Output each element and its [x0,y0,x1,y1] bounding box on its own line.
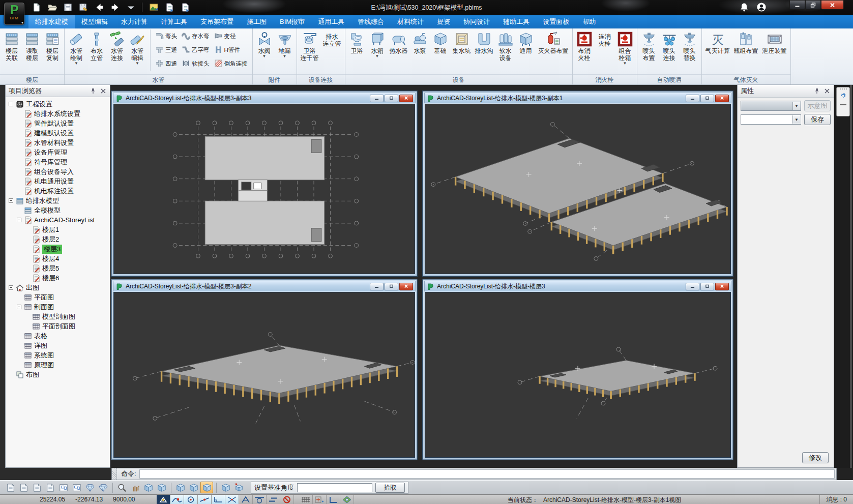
extension-snap-toggle-icon[interactable] [239,495,253,504]
ribbon-tab-8[interactable]: 管线综合 [351,15,391,28]
tree-item-24[interactable]: 表格 [6,331,110,341]
pin-icon[interactable] [90,87,97,95]
ribbon-button[interactable]: 喷头替换 [680,29,700,62]
pick-button[interactable]: 拾取 [375,483,405,493]
tree-item-10[interactable]: 给排水模型 [6,196,110,205]
tree-item-18[interactable]: 楼层6 [6,273,110,283]
ribbon-button[interactable]: 楼层复制 [42,29,63,62]
ribbon-button[interactable]: 灭火器布置 [536,29,571,55]
view-style-icon[interactable] [174,482,187,493]
ribbon-button[interactable]: 基础 [430,29,451,55]
ribbon-button[interactable]: 灭气灭计算 [703,29,732,55]
tree-item-15[interactable]: 楼层3 [6,244,110,254]
tree-item-1[interactable]: 给排水系统设置 [6,109,110,118]
pin-icon[interactable] [813,87,820,95]
ribbon-tab-2[interactable]: 水力计算 [114,15,154,28]
ribbon-small-button[interactable]: H管件 [213,44,251,56]
document-window-titlebar[interactable]: ArchiCAD-StoreyList-给排水-模型-楼层3-副本3 [113,93,416,103]
ribbon-small-button[interactable]: 三通 [154,44,180,56]
pan-tool-icon[interactable] [129,482,141,493]
tree-expander-icon[interactable] [9,198,13,203]
tree-item-14[interactable]: 楼层2 [6,234,110,244]
user-account-icon[interactable] [756,2,767,12]
no-snap-toggle-icon[interactable] [280,495,294,504]
window-close-icon[interactable] [399,283,413,290]
tree-item-16[interactable]: 楼层4 [6,254,110,263]
plan-sheet-icon[interactable] [57,482,70,493]
base-angle-input[interactable] [297,483,372,492]
command-grip[interactable] [112,468,117,480]
window-close-icon[interactable] [715,95,729,102]
ribbon-tab-9[interactable]: 材料统计 [391,15,430,28]
ribbon-tab-1[interactable]: 模型编辑 [75,15,114,28]
window-restore-icon[interactable] [385,283,398,290]
notifications-bell-icon[interactable] [739,2,749,12]
ribbon-button[interactable]: 组合栓箱▼ [615,29,635,66]
export-doc-icon[interactable] [164,2,175,13]
layout-sheet-icon[interactable] [31,482,43,493]
collapse-handle[interactable] [840,104,846,105]
ribbon-button[interactable]: 卫浴 [347,29,367,55]
tree-item-9[interactable]: 机电标注设置 [6,186,110,196]
ribbon-button[interactable]: 瓶组布置 [732,29,760,55]
ribbon-button[interactable]: 水管绘制▼ [66,29,86,66]
tree-item-13[interactable]: 楼层1 [6,225,110,234]
new-file-icon[interactable] [31,2,42,13]
window-close-icon[interactable] [715,283,729,290]
center-snap-toggle-icon[interactable] [184,495,198,504]
ribbon-tab-14[interactable]: 帮助 [576,15,602,28]
display-style-icon[interactable] [83,482,96,493]
ribbon-small-button[interactable]: 软接头 [180,58,213,70]
ribbon-button[interactable]: 连消火栓 [595,29,615,48]
window-close-icon[interactable] [399,95,413,102]
ribbon-tab-0[interactable]: 给排水建模 [28,15,75,28]
dynamic-input-toggle-icon[interactable] [313,495,327,504]
ribbon-small-button[interactable]: 弯头 [154,31,180,42]
tree-item-2[interactable]: 管件默认设置 [6,118,110,128]
window-minimize-icon[interactable] [370,95,384,102]
cad-viewport[interactable] [425,292,731,458]
ribbon-tab-12[interactable]: 辅助工具 [496,15,536,28]
display-style-icon[interactable] [97,482,109,493]
app-logo-button[interactable]: PBIM ▾ [4,3,24,25]
tree-item-23[interactable]: 平面剖面图 [6,321,110,331]
export-view-icon[interactable] [232,482,245,493]
ribbon-button[interactable]: 泄压装置 [760,29,789,55]
image-tool-icon[interactable] [148,2,159,13]
tree-item-11[interactable]: 全楼模型 [6,205,110,215]
save-button[interactable]: 保存 [804,114,831,125]
layout-sheet-icon[interactable] [17,482,30,493]
ribbon-button[interactable]: 水阀▼ [254,29,275,58]
forward-arrow-icon[interactable] [109,2,121,13]
ribbon-button[interactable]: 布水立管 [86,29,107,62]
ribbon-tab-6[interactable]: BIM报审 [273,15,311,28]
ribbon-small-button[interactable]: 变径 [213,31,251,42]
tree-item-6[interactable]: 符号库管理 [6,157,110,167]
ribbon-button[interactable]: 水管连接 [107,29,127,62]
tree-item-21[interactable]: 剖面图 [6,302,110,312]
parallel-snap-toggle-icon[interactable] [267,495,280,504]
schematic-button[interactable]: 示意图 [804,100,831,111]
tree-expander-icon[interactable] [9,285,13,290]
tree-item-4[interactable]: 水管材料设置 [6,138,110,147]
document-window-titlebar[interactable]: ArchiCAD-StoreyList-给排水-模型-楼层3-副本1 [424,93,731,103]
ribbon-button[interactable]: 软水设备 [495,29,516,62]
ribbon-tab-3[interactable]: 计算工具 [154,15,194,28]
current-view-style-icon[interactable] [200,482,213,493]
endpoint-snap-toggle-icon[interactable] [170,495,184,504]
view-box-icon[interactable] [219,482,232,493]
document-window-titlebar[interactable]: ArchiCAD-StoreyList-给排水-模型-楼层3 [424,281,731,291]
plan-sheet-icon[interactable] [70,482,83,493]
document-window-titlebar[interactable]: ArchiCAD-StoreyList-给排水-模型-楼层3-副本2 [113,281,416,291]
ucs-toggle-icon[interactable] [340,495,354,504]
window-minimize-icon[interactable] [686,283,699,290]
view-box-icon[interactable] [155,482,168,493]
cad-viewport[interactable] [113,104,415,274]
ribbon-button[interactable]: 布消火栓 [574,29,595,62]
ribbon-small-button[interactable]: 倒角连接 [213,58,251,70]
save-icon[interactable] [62,2,73,13]
panel-close-icon[interactable] [823,87,831,95]
ribbon-tab-5[interactable]: 施工图 [240,15,273,28]
layout-sheet-icon[interactable] [44,482,56,493]
intersection-snap-toggle-icon[interactable] [225,495,239,504]
